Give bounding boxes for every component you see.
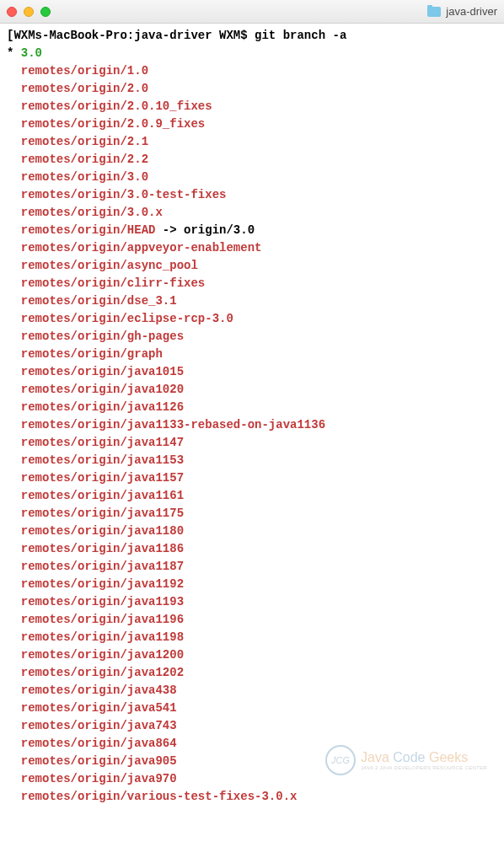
- head-line: remotes/origin/HEAD -> origin/3.0: [7, 222, 497, 239]
- remote-branch-name: remotes/origin/java1202: [21, 666, 184, 679]
- remote-branch-name: remotes/origin/eclipse-rcp-3.0: [21, 312, 233, 325]
- minimize-button[interactable]: [24, 7, 34, 17]
- remote-branch-line: remotes/origin/clirr-fixes: [7, 275, 497, 292]
- remote-branch-line: remotes/origin/gh-pages: [7, 328, 497, 346]
- remote-branch-name: remotes/origin/java541: [21, 701, 177, 715]
- remote-branch-name: remotes/origin/java1133-rebased-on-java1…: [21, 418, 325, 432]
- remote-branch-line: remotes/origin/java438: [7, 682, 497, 700]
- remote-branch-name: remotes/origin/java1153: [21, 453, 184, 467]
- remote-branch-line: remotes/origin/3.0-test-fixes: [7, 186, 497, 204]
- watermark: JCG Java Code Geeks JAVA 2 JAVA DEVELOPE…: [325, 745, 487, 775]
- remote-branch-name: remotes/origin/java1147: [21, 436, 184, 449]
- remote-branch-name: remotes/origin/dse_3.1: [21, 294, 177, 308]
- remote-branch-line: remotes/origin/3.0.x: [7, 204, 497, 222]
- remote-branch-line: remotes/origin/java1020: [7, 381, 497, 399]
- remote-branch-line: remotes/origin/2.0.10_fixes: [7, 98, 497, 115]
- remote-branch-name: remotes/origin/clirr-fixes: [21, 276, 205, 290]
- remote-branch-name: remotes/origin/java1161: [21, 489, 184, 502]
- remote-branch-line: remotes/origin/java1196: [7, 611, 497, 629]
- remote-branch-name: remotes/origin/java1192: [21, 577, 184, 591]
- remote-branch-line: remotes/origin/java1147: [7, 434, 497, 452]
- remote-branch-name: remotes/origin/java970: [21, 772, 177, 785]
- remote-branch-name: remotes/origin/java1186: [21, 542, 184, 555]
- remote-branches-before-head: remotes/origin/1.0 remotes/origin/2.0 re…: [7, 62, 497, 222]
- remote-branch-name: remotes/origin/2.0: [21, 82, 148, 95]
- remote-branch-name: remotes/origin/java1200: [21, 648, 184, 662]
- window-title: java-driver: [446, 5, 497, 18]
- remote-branch-name: remotes/origin/3.0: [21, 170, 148, 184]
- window-title-area: java-driver: [427, 5, 497, 18]
- watermark-tagline: JAVA 2 JAVA DEVELOPERS RESOURCE CENTER: [361, 765, 487, 770]
- remote-branch-line: remotes/origin/1.0: [7, 62, 497, 80]
- remote-branch-name: remotes/origin/java905: [21, 754, 177, 768]
- remote-branch-line: remotes/origin/java1175: [7, 505, 497, 523]
- terminal-output[interactable]: [WXMs-MacBook-Pro:java-driver WXM$ git b…: [0, 24, 504, 809]
- remote-branch-name: remotes/origin/java1126: [21, 400, 184, 414]
- head-ref: remotes/origin/HEAD: [21, 223, 156, 237]
- remote-branch-name: remotes/origin/java743: [21, 719, 177, 732]
- remote-branch-line: remotes/origin/java1161: [7, 487, 497, 505]
- remote-branch-line: remotes/origin/java1198: [7, 629, 497, 646]
- remote-branch-line: remotes/origin/java1192: [7, 576, 497, 593]
- remote-branch-name: remotes/origin/2.1: [21, 135, 148, 148]
- command-text: git branch -a: [255, 29, 346, 42]
- remote-branch-line: remotes/origin/java743: [7, 717, 497, 735]
- remote-branch-name: remotes/origin/various-test-fixes-3.0.x: [21, 790, 298, 803]
- remote-branch-name: remotes/origin/2.0.9_fixes: [21, 117, 205, 131]
- remote-branch-line: remotes/origin/graph: [7, 346, 497, 363]
- remote-branch-name: remotes/origin/3.0-test-fixes: [21, 188, 227, 201]
- remote-branch-line: remotes/origin/2.2: [7, 151, 497, 169]
- remote-branch-name: remotes/origin/java864: [21, 737, 177, 750]
- remote-branches-after-head: remotes/origin/appveyor-enablement remot…: [7, 239, 497, 806]
- prompt-line: [WXMs-MacBook-Pro:java-driver WXM$ git b…: [7, 27, 497, 45]
- folder-icon: [427, 7, 441, 17]
- window-titlebar: java-driver: [0, 0, 504, 24]
- remote-branch-line: remotes/origin/various-test-fixes-3.0.x: [7, 788, 497, 806]
- current-branch-line: * 3.0: [7, 45, 497, 62]
- remote-branch-name: remotes/origin/java1157: [21, 471, 184, 485]
- remote-branch-name: remotes/origin/java1187: [21, 560, 184, 573]
- remote-branch-line: remotes/origin/async_pool: [7, 257, 497, 275]
- remote-branch-name: remotes/origin/java1193: [21, 595, 184, 608]
- remote-branch-line: remotes/origin/eclipse-rcp-3.0: [7, 310, 497, 328]
- remote-branch-line: remotes/origin/java1015: [7, 363, 497, 381]
- remote-branch-line: remotes/origin/dse_3.1: [7, 292, 497, 310]
- prompt-text: [WXMs-MacBook-Pro:java-driver WXM$: [7, 29, 255, 42]
- remote-branch-name: remotes/origin/java1175: [21, 507, 184, 520]
- remote-branch-name: remotes/origin/java1198: [21, 630, 184, 644]
- watermark-text-block: Java Code Geeks JAVA 2 JAVA DEVELOPERS R…: [361, 750, 487, 770]
- close-button[interactable]: [7, 7, 17, 17]
- remote-branch-name: remotes/origin/async_pool: [21, 259, 198, 272]
- remote-branch-name: remotes/origin/java1180: [21, 524, 184, 538]
- window-controls: [7, 7, 51, 17]
- remote-branch-line: remotes/origin/java1193: [7, 593, 497, 611]
- remote-branch-name: remotes/origin/java438: [21, 683, 177, 697]
- remote-branch-name: remotes/origin/gh-pages: [21, 330, 184, 343]
- current-branch-name: 3.0: [21, 46, 42, 60]
- remote-branch-line: remotes/origin/java1157: [7, 469, 497, 487]
- remote-branch-line: remotes/origin/java1180: [7, 523, 497, 540]
- remote-branch-name: remotes/origin/java1196: [21, 613, 184, 626]
- watermark-logo-icon: JCG: [325, 745, 356, 775]
- remote-branch-line: remotes/origin/java541: [7, 700, 497, 717]
- branch-marker: *: [7, 46, 21, 60]
- remote-branch-name: remotes/origin/java1015: [21, 365, 184, 378]
- remote-branch-name: remotes/origin/1.0: [21, 64, 148, 78]
- maximize-button[interactable]: [40, 7, 51, 17]
- remote-branch-line: remotes/origin/java1133-rebased-on-java1…: [7, 416, 497, 434]
- remote-branch-name: remotes/origin/2.2: [21, 153, 148, 166]
- head-arrow: -> origin/3.0: [155, 223, 255, 237]
- remote-branch-name: remotes/origin/appveyor-enablement: [21, 241, 262, 255]
- remote-branch-line: remotes/origin/2.0.9_fixes: [7, 115, 497, 133]
- remote-branch-line: remotes/origin/2.1: [7, 133, 497, 151]
- remote-branch-line: remotes/origin/java1153: [7, 452, 497, 469]
- remote-branch-line: remotes/origin/java1200: [7, 646, 497, 664]
- remote-branch-line: remotes/origin/3.0: [7, 169, 497, 186]
- remote-branch-line: remotes/origin/appveyor-enablement: [7, 239, 497, 257]
- remote-branch-line: remotes/origin/java1187: [7, 558, 497, 576]
- remote-branch-line: remotes/origin/java1186: [7, 540, 497, 558]
- remote-branch-name: remotes/origin/graph: [21, 347, 163, 361]
- remote-branch-line: remotes/origin/2.0: [7, 80, 497, 98]
- remote-branch-line: remotes/origin/java1126: [7, 399, 497, 416]
- remote-branch-line: remotes/origin/java1202: [7, 664, 497, 682]
